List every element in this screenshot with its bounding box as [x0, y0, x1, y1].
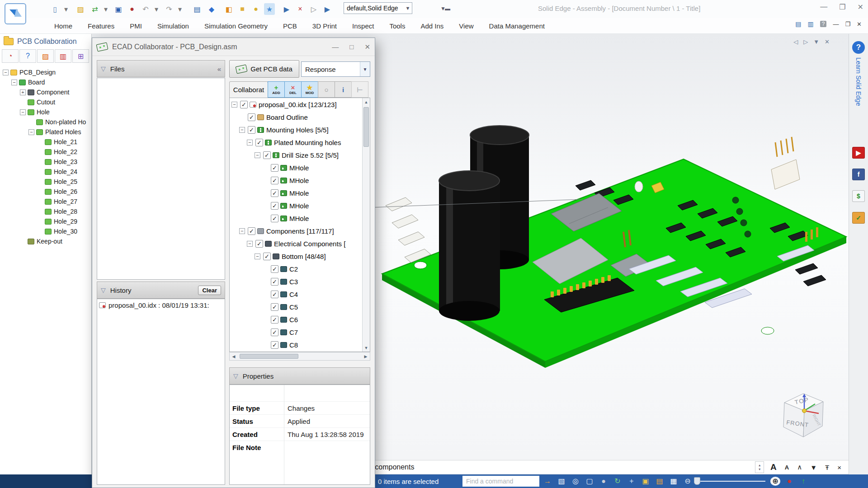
undo-icon[interactable]: ↶	[140, 3, 151, 15]
collab-tree-item[interactable]: Bottom [48/48]	[230, 250, 363, 263]
collab-tree-item[interactable]: MHole	[230, 161, 363, 174]
expander-icon[interactable]	[28, 129, 34, 135]
youtube-icon[interactable]: ▶	[852, 147, 865, 159]
pointer-add-icon[interactable]: ▶	[281, 3, 292, 15]
collab-tree-item[interactable]: Components [117/117]	[230, 225, 363, 237]
dialog-close-button[interactable]: ✕	[364, 43, 370, 51]
checklist-icon[interactable]: ✓	[852, 212, 865, 224]
collab-tree-item[interactable]: Board Outline	[230, 111, 363, 123]
collab-tree-item[interactable]: C8	[230, 338, 363, 351]
redo-dropdown-icon[interactable]: ▾	[175, 3, 185, 15]
collapse-panel-icon[interactable]: «	[217, 65, 221, 73]
checkbox[interactable]	[271, 215, 278, 222]
scroll-right-icon[interactable]: ▶	[362, 354, 370, 359]
ribbon-tab[interactable]: Data Management	[489, 22, 545, 30]
cascade-windows-icon[interactable]: ▤	[795, 20, 801, 28]
checkbox[interactable]	[271, 291, 278, 298]
collab-tree-item[interactable]: MHole	[230, 174, 363, 187]
collab-tree-item[interactable]: Drill Size 5.52 [5/5]	[230, 149, 363, 161]
ribbon-tab[interactable]: PMI	[130, 22, 142, 30]
tree-vertical-scrollbar[interactable]: ▲ ▼	[362, 98, 370, 352]
window-copy-icon[interactable]: ◧	[223, 3, 234, 15]
chevron-down-icon[interactable]: ▼	[360, 62, 370, 76]
facebook-icon[interactable]: f	[852, 169, 865, 180]
tree-item[interactable]: Hole_24	[0, 167, 91, 177]
checkbox[interactable]	[248, 113, 255, 121]
close-button[interactable]: ✕	[858, 3, 863, 11]
collab-tree-item[interactable]: C2	[230, 263, 363, 275]
tree-item[interactable]: Board	[0, 77, 91, 87]
record-icon[interactable]: ●	[784, 477, 794, 486]
pan-view-icon[interactable]: +	[627, 477, 637, 486]
report-icon[interactable]: ▥	[55, 49, 71, 63]
zoom-slider-handle[interactable]	[694, 477, 700, 485]
collab-tree-item[interactable]: C3	[230, 275, 363, 288]
expander-icon[interactable]	[239, 127, 245, 133]
tile-windows-icon[interactable]: ▥	[808, 20, 814, 28]
checkbox[interactable]	[271, 189, 278, 197]
tree-item[interactable]: Hole_29	[0, 216, 91, 226]
tree-item[interactable]: Component	[0, 87, 91, 97]
doc-close-button[interactable]: ✕	[857, 21, 862, 28]
tree-item[interactable]: Hole_23	[0, 157, 91, 167]
checkbox[interactable]	[271, 316, 278, 324]
doc-minimize-button[interactable]: —	[833, 21, 839, 28]
font-increase-icon[interactable]: A	[770, 462, 777, 472]
response-dropdown[interactable]: Response ▼	[301, 61, 370, 77]
tree-item[interactable]: Plated Holes	[0, 127, 91, 137]
copy-view-icon[interactable]: ▤	[655, 477, 665, 486]
expander-icon[interactable]	[239, 228, 245, 234]
collab-tree-item[interactable]: C6	[230, 313, 363, 326]
tree-item[interactable]: Hole_22	[0, 147, 91, 157]
help-book-icon[interactable]: ?	[19, 49, 36, 63]
hierarchy-button[interactable]: ⊢	[351, 81, 368, 98]
collab-tree-item[interactable]: MHole	[230, 199, 363, 212]
page-forward-icon[interactable]: ▷	[803, 38, 808, 45]
checkbox[interactable]	[263, 253, 271, 260]
zoom-slider[interactable]	[698, 481, 765, 482]
import-icon[interactable]: ⇄	[90, 3, 100, 15]
ribbon-tab[interactable]: PCB	[283, 22, 297, 30]
learn-solid-edge-label[interactable]: Learn Solid Edge	[855, 57, 862, 125]
dialog-title-bar[interactable]: ECAD Collaborator - PCB_Design.asm —□✕	[92, 38, 375, 56]
upload-icon[interactable]: ↑	[798, 477, 808, 486]
new-document-icon[interactable]: ▯	[50, 3, 61, 15]
properties-panel-header[interactable]: ▽ Properties	[229, 367, 370, 385]
link-icon[interactable]: ●	[127, 3, 137, 15]
checkbox[interactable]	[271, 164, 278, 172]
pointer-tree-icon[interactable]: ▶	[322, 3, 333, 15]
checkbox[interactable]	[271, 265, 278, 273]
checkbox[interactable]	[271, 328, 278, 336]
checkbox[interactable]	[248, 126, 255, 134]
page-close-icon[interactable]: ✕	[825, 38, 830, 45]
zoom-icon[interactable]: ◎	[571, 477, 580, 486]
scrollbar-thumb[interactable]	[240, 354, 298, 359]
import-dropdown-icon[interactable]: ▾	[100, 3, 111, 15]
checkbox[interactable]	[248, 227, 255, 235]
collab-tree-item[interactable]: MHole	[230, 187, 363, 199]
expander-icon[interactable]	[247, 140, 253, 145]
collab-tree-item[interactable]: C4	[230, 288, 363, 300]
options-icon[interactable]: ⊞	[72, 49, 89, 63]
tree-item[interactable]: Hole_27	[0, 197, 91, 206]
modify-button[interactable]: ★ MOD	[301, 81, 318, 98]
select-grid-icon[interactable]: ▦	[669, 477, 679, 486]
design-manager-icon[interactable]: ▤	[192, 3, 203, 15]
spreadsheet-icon[interactable]: $	[852, 190, 865, 202]
files-panel-header[interactable]: ▽ Files «	[97, 60, 225, 77]
magic-select-icon[interactable]: ★	[264, 3, 275, 15]
scroll-left-icon[interactable]: ◀	[230, 354, 238, 359]
checkbox[interactable]	[263, 151, 271, 159]
collab-tree-item[interactable]: C7	[230, 326, 363, 338]
scrollbar-thumb[interactable]	[363, 107, 369, 147]
cube-icon[interactable]: ■	[237, 3, 248, 15]
save-icon[interactable]: ▣	[113, 3, 124, 15]
preview-bulb-button[interactable]: ○	[318, 81, 335, 98]
expander-icon[interactable]	[255, 152, 260, 158]
checkbox[interactable]	[255, 240, 263, 248]
rotate-view-icon[interactable]: ↻	[613, 477, 623, 486]
chevron-down-icon[interactable]: ▼	[404, 5, 412, 11]
collab-tree-item[interactable]: C5	[230, 300, 363, 313]
expander-icon[interactable]	[247, 241, 253, 247]
pointer-flip-icon[interactable]: ▷	[308, 3, 319, 15]
